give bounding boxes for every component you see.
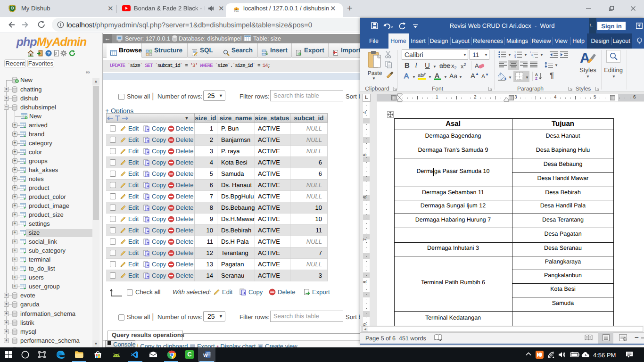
- svg-text:Z: Z: [535, 76, 537, 80]
- svg-text:PMA: PMA: [234, 10, 239, 12]
- svg-text:A: A: [404, 72, 409, 80]
- svg-text:ab: ab: [418, 73, 423, 78]
- svg-text:i: i: [533, 56, 533, 58]
- svg-text:3: 3: [514, 56, 516, 58]
- svg-text:A: A: [475, 62, 479, 69]
- svg-text:?: ?: [47, 51, 50, 57]
- svg-text:W: W: [203, 353, 208, 358]
- svg-text:A: A: [435, 72, 439, 79]
